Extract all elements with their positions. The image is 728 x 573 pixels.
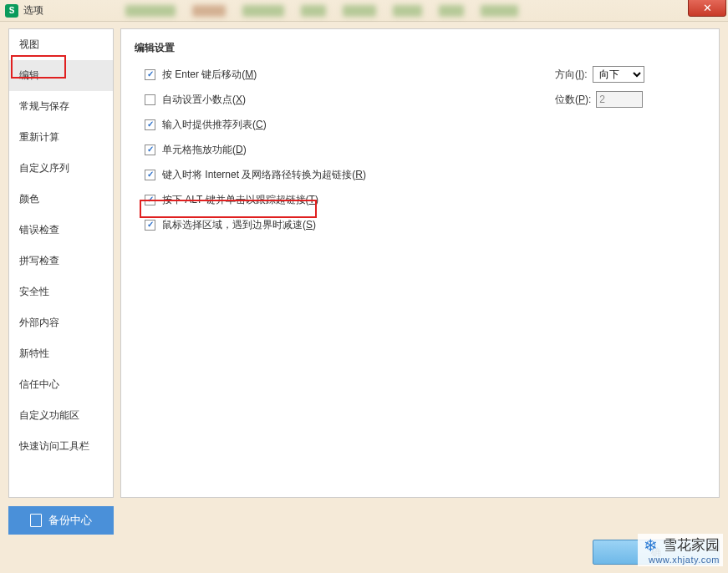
obscured-tabs	[109, 0, 593, 22]
option-checkbox-1[interactable]	[145, 94, 155, 105]
document-icon	[30, 514, 42, 527]
sidebar-item-1[interactable]: 编辑	[9, 60, 113, 91]
sidebar: 视图编辑常规与保存重新计算自定义序列颜色错误检查拼写检查安全性外部内容新特性信任…	[8, 28, 114, 498]
backup-label: 备份中心	[48, 513, 92, 528]
direction-select[interactable]: 向下	[593, 66, 644, 83]
window-title: 选项	[23, 3, 43, 18]
snowflake-icon: ❄	[641, 536, 659, 555]
option-checkbox-2[interactable]	[145, 119, 155, 130]
sidebar-item-6[interactable]: 错误检查	[9, 215, 113, 246]
titlebar: S 选项 ✕	[0, 0, 728, 22]
option-row-5: 按下 ALT 键并单击以跟踪超链接(T)	[135, 192, 705, 207]
watermark-url: www.xhjaty.com	[641, 555, 720, 565]
sidebar-item-9[interactable]: 外部内容	[9, 307, 113, 338]
option-label-0: 按 Enter 键后移动(M)	[162, 68, 257, 82]
option-row-0: 按 Enter 键后移动(M)方向(I):向下	[135, 67, 705, 82]
option-label-2: 输入时提供推荐列表(C)	[162, 118, 267, 132]
option-checkbox-4[interactable]	[145, 170, 155, 180]
sidebar-item-13[interactable]: 快速访问工具栏	[9, 431, 113, 462]
content-panel: 编辑设置 按 Enter 键后移动(M)方向(I):向下自动设置小数点(X)位数…	[120, 28, 720, 498]
backup-center-button[interactable]: 备份中心	[8, 506, 114, 535]
option-row-2: 输入时提供推荐列表(C)	[135, 117, 705, 132]
option-label-5: 按下 ALT 键并单击以跟踪超链接(T)	[162, 193, 318, 207]
sidebar-item-4[interactable]: 自定义序列	[9, 153, 113, 184]
sidebar-item-11[interactable]: 信任中心	[9, 369, 113, 400]
sidebar-item-12[interactable]: 自定义功能区	[9, 400, 113, 431]
option-row-6: 鼠标选择区域，遇到边界时减速(S)	[135, 217, 705, 232]
option-label-3: 单元格拖放功能(D)	[162, 143, 247, 157]
sidebar-item-3[interactable]: 重新计算	[9, 122, 113, 153]
main-area: 视图编辑常规与保存重新计算自定义序列颜色错误检查拼写检查安全性外部内容新特性信任…	[0, 22, 728, 501]
option-checkbox-3[interactable]	[145, 145, 155, 155]
watermark: ❄ 雪花家园 www.xhjaty.com	[638, 534, 723, 566]
option-side-0: 方向(I):向下	[555, 66, 705, 83]
sidebar-item-2[interactable]: 常规与保存	[9, 91, 113, 122]
sidebar-item-8[interactable]: 安全性	[9, 276, 113, 307]
option-side-1: 位数(P):	[555, 91, 705, 108]
sidebar-item-0[interactable]: 视图	[9, 29, 113, 60]
option-label-1: 自动设置小数点(X)	[162, 93, 246, 107]
option-row-1: 自动设置小数点(X)位数(P):	[135, 92, 705, 107]
sidebar-item-7[interactable]: 拼写检查	[9, 246, 113, 276]
option-row-4: 键入时将 Internet 及网络路径转换为超链接(R)	[135, 167, 705, 182]
option-row-3: 单元格拖放功能(D)	[135, 142, 705, 157]
close-icon: ✕	[703, 2, 712, 14]
option-checkbox-0[interactable]	[145, 69, 155, 80]
option-label-4: 键入时将 Internet 及网络路径转换为超链接(R)	[162, 168, 366, 182]
option-checkbox-5[interactable]	[145, 195, 155, 205]
app-icon: S	[5, 4, 18, 18]
option-label-6: 鼠标选择区域，遇到边界时减速(S)	[162, 218, 316, 232]
close-button[interactable]: ✕	[688, 0, 726, 17]
sidebar-item-10[interactable]: 新特性	[9, 338, 113, 369]
decimals-input	[596, 91, 643, 108]
watermark-text: 雪花家园	[663, 535, 720, 555]
sidebar-item-5[interactable]: 颜色	[9, 184, 113, 215]
option-checkbox-6[interactable]	[145, 220, 155, 231]
section-title: 编辑设置	[135, 41, 705, 55]
